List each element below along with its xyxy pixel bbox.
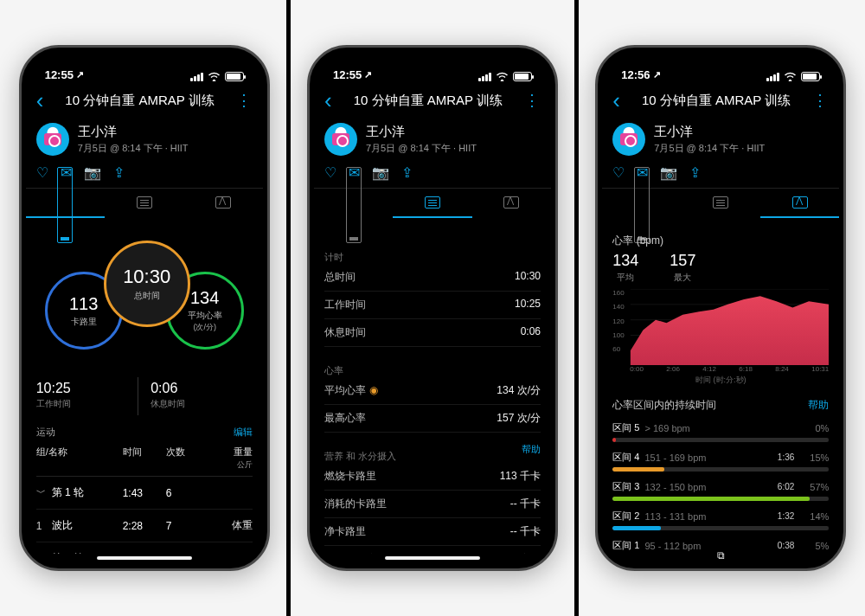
help-link[interactable]: 帮助 (808, 398, 829, 413)
tab-hr[interactable] (472, 189, 551, 218)
like-icon[interactable]: ♡ (36, 164, 48, 181)
back-button[interactable]: ‹ (321, 87, 336, 114)
detail-row: 最高心率157 次/分 (324, 405, 541, 433)
phone-frame-1: 12:55↗ ‹ 10 分钟自重 AMRAP 训练 ⋮ 王小洋 7月5日 @ 8… (19, 45, 270, 571)
tab-details[interactable] (105, 189, 183, 218)
section-label: 营养 和 水分摄入 (324, 450, 396, 463)
tab-bar (26, 188, 263, 218)
back-button[interactable]: ‹ (609, 87, 624, 114)
section-label: 计时 (324, 251, 343, 264)
screen2-content: 计时总时间10:30工作时间10:25休息时间0:06心率平均心率◉134 次/… (314, 234, 551, 554)
tab-details-icon (137, 196, 152, 209)
hr-chart[interactable]: 16014012010060 (612, 289, 829, 365)
back-button[interactable]: ‹ (33, 87, 48, 114)
detail-row: 消耗的卡路里-- 千卡 (324, 491, 541, 518)
tab-summary[interactable] (602, 189, 681, 218)
camera-icon[interactable]: 📷 (84, 164, 101, 181)
tab-hr-icon (215, 196, 231, 209)
user-header[interactable]: 王小洋7月5日 @ 8:14 下午 · HIIT (602, 118, 839, 159)
hr-zone-row: 区间 5> 169 bpm0% (612, 421, 829, 442)
detail-row: 工作时间10:25 (324, 292, 541, 319)
location-icon: ↗ (76, 69, 84, 80)
screen3-content: 心率 (bpm) 134平均 157最大 16014012010060 0:00… (602, 234, 839, 554)
stat-worktime: 10:25 工作时间 (36, 377, 139, 415)
detail-row: 净卡路里-- 千卡 (324, 518, 541, 546)
more-button[interactable]: ⋮ (809, 91, 832, 110)
phone-frame-3: 12:56↗ ‹ 10 分钟自重 AMRAP 训练 ⋮ 王小洋7月5日 @ 8:… (595, 45, 846, 571)
notch (660, 48, 781, 70)
share-icon[interactable]: ⇪ (113, 164, 125, 181)
user-name: 王小洋 (78, 124, 189, 140)
home-indicator[interactable] (385, 556, 480, 560)
hr-zone-row: 区间 4151 - 169 bpm1:3615% (612, 451, 829, 472)
avatar (36, 123, 69, 156)
workout-row[interactable]: ﹀第 1 轮1:436 (36, 477, 253, 510)
ring-time[interactable]: 10:30 总时间 (104, 241, 190, 327)
more-button[interactable]: ⋮ (233, 91, 256, 110)
tab-details[interactable] (682, 189, 760, 218)
tab-hr[interactable] (760, 189, 839, 218)
tab-summary-icon (57, 167, 73, 243)
notch (372, 48, 493, 70)
more-button[interactable]: ⋮ (521, 91, 544, 110)
detail-row: 估计汗液流失110 毫升 (324, 546, 541, 554)
tab-hr[interactable] (183, 189, 262, 218)
hr-zone-row: 区间 2113 - 131 bpm1:3214% (612, 510, 829, 530)
multitask-indicator[interactable]: ⧉ (717, 549, 725, 561)
screen1-content: 113 卡路里 10:30 总时间 134 平均心率 (次/分) 10:25 工… (26, 234, 263, 554)
section-label: 运动 (36, 426, 55, 439)
help-link[interactable]: 帮助 (522, 443, 541, 463)
home-indicator[interactable] (97, 556, 192, 560)
workout-row[interactable]: 1波比2:287体重 (36, 510, 253, 542)
notch (84, 48, 205, 70)
detail-row: 总时间10:30 (324, 264, 541, 292)
detail-row: 平均心率◉134 次/分 (324, 377, 541, 405)
nav-bar: ‹ 10 分钟自重 AMRAP 训练 ⋮ (26, 83, 263, 118)
user-header[interactable]: 王小洋7月5日 @ 8:14 下午 · HIIT (314, 118, 551, 159)
battery-icon (225, 72, 244, 81)
stat-resttime: 0:06 休息时间 (138, 377, 253, 415)
hr-zone-row: 区间 3132 - 150 bpm6:0257% (612, 480, 829, 501)
user-subtitle: 7月5日 @ 8:14 下午 · HIIT (78, 142, 189, 155)
chart-title: 心率 (bpm) (612, 234, 829, 248)
detail-row: 燃烧卡路里113 千卡 (324, 463, 541, 491)
workout-row[interactable]: ﹀第 2 轮2:287 (36, 542, 253, 554)
tab-summary[interactable] (26, 189, 105, 218)
zones-title: 心率区间内的持续时间 (612, 398, 716, 413)
phone-frame-2: 12:55↗ ‹ 10 分钟自重 AMRAP 训练 ⋮ 王小洋7月5日 @ 8:… (307, 45, 558, 571)
status-time: 12:55 (45, 68, 74, 81)
edit-link[interactable]: 编辑 (234, 426, 253, 439)
user-header[interactable]: 王小洋 7月5日 @ 8:14 下午 · HIIT (26, 118, 263, 159)
tab-details[interactable] (393, 189, 471, 218)
detail-row: 休息时间0:06 (324, 319, 541, 347)
tab-summary[interactable] (314, 189, 393, 218)
wifi-icon (208, 72, 221, 81)
section-label: 心率 (324, 364, 343, 377)
signal-icon (190, 73, 203, 81)
nav-title: 10 分钟自重 AMRAP 训练 (65, 93, 214, 109)
